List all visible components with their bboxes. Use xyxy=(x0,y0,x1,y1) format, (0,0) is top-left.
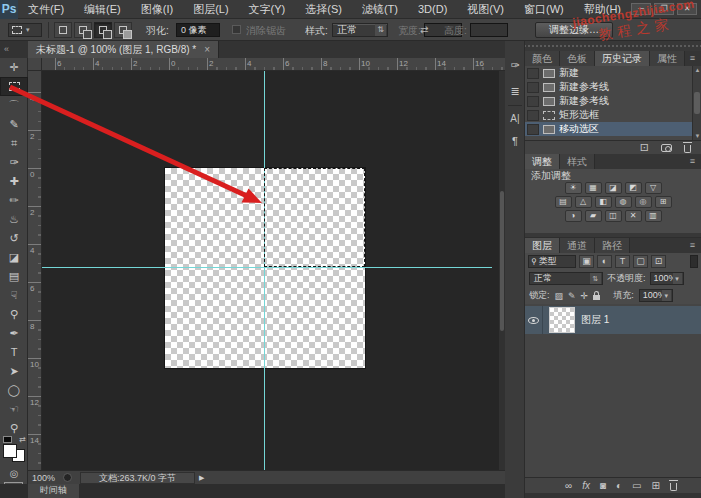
quick-selection-tool[interactable]: ✎ xyxy=(0,115,28,134)
ruler-origin-corner[interactable] xyxy=(28,58,42,71)
opacity-dropdown[interactable]: 100% ▾ xyxy=(650,272,684,285)
maximize-button[interactable]: ❐ xyxy=(654,3,674,15)
smudge-tool[interactable]: ☟ xyxy=(0,286,28,305)
move-tool[interactable]: ✛ xyxy=(0,58,28,77)
panel-tab[interactable]: 通道 xyxy=(560,238,595,253)
menu-item[interactable]: 编辑(E) xyxy=(74,0,131,19)
document-tab[interactable]: 未标题-1 @ 100% (图层 1, RGB/8) * × xyxy=(28,41,219,58)
quick-mask-button[interactable]: ◎ xyxy=(6,468,22,479)
new-group-icon[interactable]: ▭ xyxy=(632,480,641,491)
history-step[interactable]: 新建 xyxy=(525,66,701,80)
adjustment-icon[interactable]: ◩ xyxy=(625,182,642,194)
close-button[interactable]: ✕ xyxy=(677,3,697,15)
panel-tab[interactable]: 样式 xyxy=(560,154,595,169)
history-source-checkbox[interactable] xyxy=(527,110,539,121)
filter-shape-layers-icon[interactable]: ▢ xyxy=(633,255,648,268)
adjustment-icon[interactable]: ◎ xyxy=(635,196,652,208)
selection-marquee[interactable] xyxy=(264,168,365,267)
feather-input[interactable]: 0 像素 xyxy=(176,23,220,37)
panel-tab[interactable]: 属性 xyxy=(650,51,685,66)
close-tab-icon[interactable]: × xyxy=(204,44,210,55)
blend-mode-dropdown[interactable]: 正常 ⇅ xyxy=(529,272,603,285)
history-step[interactable]: 新建参考线 xyxy=(525,80,701,94)
menu-item[interactable]: 图像(I) xyxy=(131,0,183,19)
panel-tab[interactable]: 图层 xyxy=(525,238,560,253)
panel-tab[interactable]: 颜色 xyxy=(525,51,560,66)
adjustment-icon[interactable]: ▦ xyxy=(585,182,602,194)
filter-pixel-layers-icon[interactable]: ▣ xyxy=(579,255,594,268)
panel-menu-icon[interactable]: ≡ xyxy=(690,154,699,169)
menu-item[interactable]: 图层(L) xyxy=(183,0,238,19)
adjustment-icon[interactable]: △ xyxy=(575,196,592,208)
adjustment-icon[interactable]: ◧ xyxy=(595,196,612,208)
lock-paint-icon[interactable]: ✎ xyxy=(568,291,576,301)
vertical-guide[interactable] xyxy=(264,71,265,470)
filter-smart-object-icon[interactable]: ⊡ xyxy=(651,255,666,268)
new-snapshot-icon[interactable] xyxy=(661,144,672,152)
chevron-down-icon[interactable]: ▾ xyxy=(662,290,671,301)
scrollbar-thumb[interactable] xyxy=(694,92,700,114)
spot-healing-brush-tool[interactable]: ✚ xyxy=(0,172,28,191)
scroll-up-icon[interactable]: ▲ xyxy=(693,67,701,73)
minimize-button[interactable]: ─ xyxy=(631,3,651,15)
gradient-tool[interactable]: ▤ xyxy=(0,267,28,286)
adjustment-icon[interactable]: ◪ xyxy=(605,182,622,194)
fill-dropdown[interactable]: 100% ▾ xyxy=(639,289,673,302)
canvas-viewport[interactable] xyxy=(42,71,505,470)
path-selection-tool[interactable]: ➤ xyxy=(0,362,28,381)
new-adjustment-layer-icon[interactable]: ◐ xyxy=(616,480,622,491)
new-document-from-state-icon[interactable]: ⊡ xyxy=(640,141,649,154)
history-step[interactable]: 新建参考线 xyxy=(525,94,701,108)
default-colors-icon[interactable] xyxy=(3,436,12,443)
panel-drag-handle[interactable] xyxy=(525,43,701,49)
scroll-down-icon[interactable]: ▼ xyxy=(693,133,701,139)
history-step[interactable]: 移动选区 xyxy=(525,122,701,136)
tool-preset-picker[interactable]: ▾ xyxy=(8,23,42,37)
style-dropdown[interactable]: 正常 ⇅ xyxy=(332,23,388,37)
shape-tool[interactable]: ◯ xyxy=(0,381,28,400)
panel-tab[interactable]: 路径 xyxy=(595,238,630,253)
add-mask-icon[interactable]: ◙ xyxy=(600,480,606,491)
scrollbar-thumb[interactable] xyxy=(500,191,504,331)
clone-source-panel-icon[interactable]: ≣ xyxy=(505,85,525,98)
lock-transparency-icon[interactable]: ▨ xyxy=(555,291,564,301)
menu-item[interactable]: 视图(V) xyxy=(457,0,514,19)
crop-tool[interactable]: ⌗ xyxy=(0,134,28,153)
panel-tab[interactable]: 调整 xyxy=(525,154,560,169)
menu-item[interactable]: 滤镜(T) xyxy=(352,0,408,19)
panel-tab[interactable]: 色板 xyxy=(560,51,595,66)
adjustment-icon[interactable]: ◫ xyxy=(605,210,622,222)
collapse-panels-icon[interactable]: « xyxy=(4,44,9,54)
history-source-checkbox[interactable] xyxy=(527,124,539,135)
lock-all-icon[interactable] xyxy=(593,295,600,300)
lock-position-icon[interactable]: ✛ xyxy=(581,291,589,301)
adjustment-icon[interactable]: ▤ xyxy=(555,196,572,208)
history-step[interactable]: 矩形选框 xyxy=(525,108,701,122)
filter-type-layers-icon[interactable]: T xyxy=(615,255,630,268)
spinner-icon[interactable]: ⇅ xyxy=(590,273,601,284)
pen-tool[interactable]: ✒ xyxy=(0,324,28,343)
brush-panel-icon[interactable]: ✑ xyxy=(505,59,525,72)
status-flyout-icon[interactable]: ▶ xyxy=(199,474,204,482)
history-brush-tool[interactable]: ↺ xyxy=(0,229,28,248)
antialias-checkbox[interactable] xyxy=(232,25,241,34)
clone-stamp-tool[interactable]: ♨ xyxy=(0,210,28,229)
eyedropper-tool[interactable]: ✑ xyxy=(0,153,28,172)
add-to-selection-button[interactable] xyxy=(74,22,92,38)
history-scrollbar[interactable]: ▲ ▼ xyxy=(692,66,701,140)
foreground-color-swatch[interactable] xyxy=(3,444,17,458)
layer-thumbnail[interactable] xyxy=(549,307,575,333)
horizontal-guide[interactable] xyxy=(42,267,492,268)
subtract-from-selection-button[interactable] xyxy=(94,22,112,38)
chevron-down-icon[interactable]: ▾ xyxy=(673,273,682,284)
intersect-selection-button[interactable] xyxy=(114,22,132,38)
history-source-checkbox[interactable] xyxy=(527,82,539,93)
visibility-cell[interactable] xyxy=(525,306,543,334)
menu-item[interactable]: 选择(S) xyxy=(295,0,352,19)
filter-type-dropdown[interactable]: ⚲ 类型 xyxy=(528,255,576,268)
adjustment-icon[interactable]: ◑ xyxy=(565,210,582,222)
adjustment-icon[interactable]: ▥ xyxy=(645,210,662,222)
panel-menu-icon[interactable]: ≡ xyxy=(690,238,699,253)
rectangular-marquee-tool[interactable] xyxy=(0,77,28,96)
eraser-tool[interactable]: ◪ xyxy=(0,248,28,267)
